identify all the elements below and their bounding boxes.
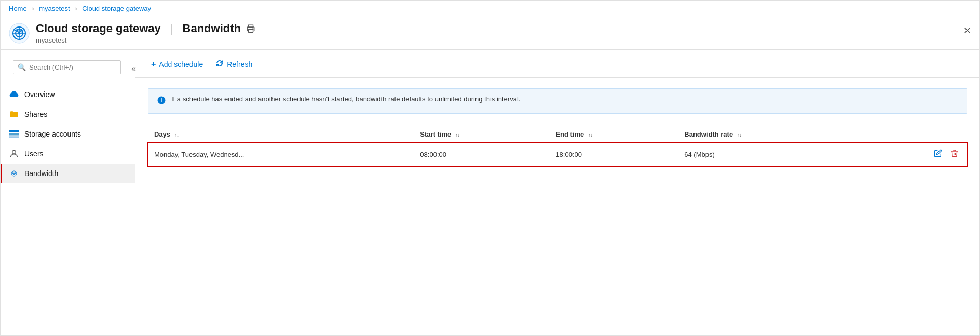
header-subtitle: myasetest xyxy=(36,36,971,44)
sort-start-icon[interactable]: ↑↓ xyxy=(455,132,460,138)
page-header: Cloud storage gateway | Bandwidth myaset… xyxy=(1,17,979,50)
add-schedule-button[interactable]: + Add schedule xyxy=(146,57,208,72)
cloud-icon xyxy=(9,89,19,100)
search-box: 🔍 xyxy=(13,60,121,74)
search-input[interactable] xyxy=(29,63,116,71)
svg-point-11 xyxy=(12,150,16,154)
close-button[interactable]: ✕ xyxy=(963,25,971,36)
col-start-time[interactable]: Start time ↑↓ xyxy=(414,126,549,143)
page-name: Bandwidth xyxy=(183,22,241,35)
cell-bandwidth-rate: 64 (Mbps) xyxy=(678,143,859,166)
svg-rect-10 xyxy=(9,136,19,138)
add-schedule-label: Add schedule xyxy=(159,60,203,69)
refresh-icon xyxy=(215,59,224,69)
col-days[interactable]: Days ↑↓ xyxy=(148,126,414,143)
user-icon xyxy=(9,149,19,159)
edit-button[interactable] xyxy=(932,148,944,160)
refresh-button[interactable]: Refresh xyxy=(210,56,257,72)
col-actions xyxy=(859,126,967,143)
sidebar-item-users[interactable]: Users xyxy=(1,144,135,164)
svg-rect-8 xyxy=(9,130,19,132)
table-row: Monday, Tuesday, Wednesd...08:00:0018:00… xyxy=(148,143,967,166)
row-actions xyxy=(859,143,967,166)
sidebar-item-overview[interactable]: Overview xyxy=(1,85,135,104)
breadcrumb-current: Cloud storage gateway xyxy=(82,5,151,12)
content-body: i If a schedule has ended and another sc… xyxy=(135,78,979,177)
svg-rect-9 xyxy=(9,133,19,135)
col-bandwidth-rate[interactable]: Bandwidth rate ↑↓ xyxy=(678,126,859,143)
svg-rect-6 xyxy=(249,30,253,33)
header-titles: Cloud storage gateway | Bandwidth myaset… xyxy=(36,22,971,44)
folder-icon xyxy=(9,109,19,119)
info-banner: i If a schedule has ended and another sc… xyxy=(148,88,967,114)
cell-start-time: 08:00:00 xyxy=(414,143,549,166)
cell-days: Monday, Tuesday, Wednesd... xyxy=(148,143,414,166)
sidebar-label-bandwidth: Bandwidth xyxy=(24,169,58,178)
print-button[interactable] xyxy=(246,24,255,33)
sidebar-label-storage-accounts: Storage accounts xyxy=(24,130,81,138)
info-message: If a schedule has ended and another sche… xyxy=(171,95,520,103)
svg-point-14 xyxy=(13,173,15,174)
sort-end-icon[interactable]: ↑↓ xyxy=(588,132,593,138)
content-area: + Add schedule Refresh xyxy=(135,50,979,335)
sidebar-item-bandwidth[interactable]: Bandwidth xyxy=(1,164,135,183)
sidebar-label-users: Users xyxy=(24,150,44,158)
sidebar: 🔍 « Overview Shares xyxy=(1,50,135,335)
bandwidth-icon xyxy=(9,168,19,179)
info-icon: i xyxy=(157,96,166,107)
service-name: Cloud storage gateway xyxy=(36,22,161,35)
storage-icon xyxy=(9,129,19,139)
main-title: Cloud storage gateway | Bandwidth xyxy=(36,22,971,35)
plus-icon: + xyxy=(151,60,156,69)
breadcrumb-home[interactable]: Home xyxy=(9,5,27,12)
col-end-time[interactable]: End time ↑↓ xyxy=(549,126,678,143)
toolbar: + Add schedule Refresh xyxy=(135,50,979,78)
delete-button[interactable] xyxy=(948,148,961,160)
svg-text:i: i xyxy=(161,97,162,103)
bandwidth-table: Days ↑↓ Start time ↑↓ End time ↑↓ xyxy=(148,126,967,166)
sidebar-item-storage-accounts[interactable]: Storage accounts xyxy=(1,124,135,144)
breadcrumb: Home › myasetest › Cloud storage gateway xyxy=(1,1,979,17)
sidebar-label-shares: Shares xyxy=(24,110,47,118)
service-icon xyxy=(9,23,30,44)
svg-point-7 xyxy=(253,29,254,30)
sidebar-item-shares[interactable]: Shares xyxy=(1,104,135,124)
cell-end-time: 18:00:00 xyxy=(549,143,678,166)
sort-days-icon[interactable]: ↑↓ xyxy=(174,132,179,138)
refresh-label: Refresh xyxy=(227,60,252,69)
breadcrumb-resource[interactable]: myasetest xyxy=(39,5,70,12)
sidebar-label-overview: Overview xyxy=(24,90,55,99)
sort-bandwidth-icon[interactable]: ↑↓ xyxy=(737,132,742,138)
search-icon: 🔍 xyxy=(18,63,26,71)
